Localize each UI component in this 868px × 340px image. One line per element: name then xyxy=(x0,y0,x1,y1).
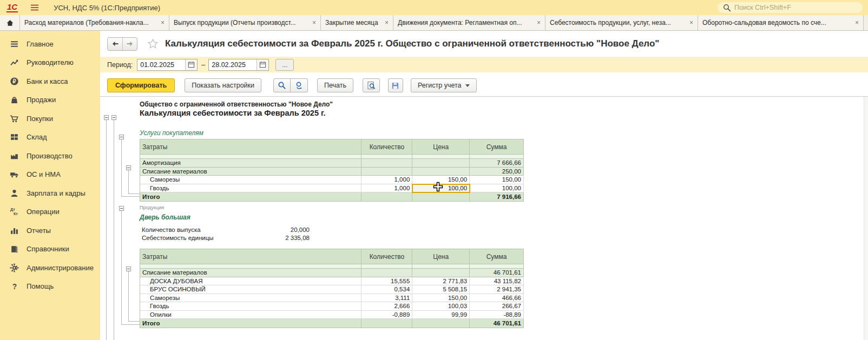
report-header-row: Калькуляция себестоимости за Февраль 202… xyxy=(100,31,868,57)
forward-arrow-icon xyxy=(126,39,134,48)
period-to-field xyxy=(208,59,269,71)
group-expander[interactable] xyxy=(104,115,109,120)
find-next-button[interactable] xyxy=(291,78,308,92)
group-tree-line xyxy=(114,120,114,340)
tab-home[interactable] xyxy=(0,15,20,30)
sidebar-item-directories[interactable]: Справочники xyxy=(0,240,100,259)
group-tree-line xyxy=(128,271,129,321)
print-button[interactable]: Печать xyxy=(317,78,353,92)
report-spreadsheet: Общество с ограниченной ответственностью… xyxy=(100,97,864,340)
find-button[interactable] xyxy=(273,78,291,92)
generate-button[interactable]: Сформировать xyxy=(107,78,175,92)
report-heading: Калькуляция себестоимости за Февраль 202… xyxy=(140,109,326,117)
table-row: Списание материалов 250,00 xyxy=(140,168,524,176)
tab-document-movements[interactable]: Движения документа: Регламентная оп... × xyxy=(393,15,545,30)
search-icon xyxy=(278,81,286,90)
main-menu-icon[interactable] xyxy=(30,3,40,12)
sidebar-item-operations[interactable]: ДтКт Операции xyxy=(0,203,100,222)
sidebar-item-sales[interactable]: Продажи xyxy=(0,91,100,110)
close-icon[interactable]: × xyxy=(161,19,165,26)
tab-trial-balance[interactable]: Оборотно-сальдовая ведомость по сче... × xyxy=(698,15,864,30)
report-window: Калькуляция себестоимости за Февраль 202… xyxy=(100,31,868,340)
services-cost-table: Затраты Количество Цена Сумма Амортизаци… xyxy=(140,139,524,202)
mouse-cursor-icon xyxy=(433,182,443,192)
column-header[interactable]: Затраты xyxy=(140,139,361,155)
close-icon[interactable]: × xyxy=(312,19,316,26)
tab-production-output[interactable]: Выпуск продукции (Отчеты производст... × xyxy=(169,15,321,30)
column-header[interactable]: Количество xyxy=(361,249,412,264)
column-header[interactable]: Сумма xyxy=(470,249,524,264)
debit-credit-icon: ДтКт xyxy=(10,207,19,216)
svg-text:₽: ₽ xyxy=(12,78,16,84)
floppy-disk-icon xyxy=(391,82,399,90)
group-expander[interactable] xyxy=(111,115,116,120)
close-icon[interactable]: × xyxy=(385,19,389,26)
sidebar-item-bank-cash[interactable]: ₽ Банк и касса xyxy=(0,72,100,91)
column-header[interactable]: Количество xyxy=(361,139,412,155)
back-arrow-icon xyxy=(111,39,120,48)
save-button[interactable] xyxy=(388,78,403,92)
table-row: Гвоздь 2,666 100,03 266,67 xyxy=(140,302,524,311)
calendar-icon xyxy=(259,61,266,68)
sidebar-item-fixed-assets[interactable]: ОС и НМА xyxy=(0,165,100,184)
tab-month-closing[interactable]: Закрытие месяца × xyxy=(321,15,393,30)
sidebar-item-manager[interactable]: Руководителю xyxy=(0,54,100,72)
search-input[interactable] xyxy=(734,4,857,11)
calendar-button[interactable] xyxy=(185,59,197,70)
forward-button[interactable] xyxy=(122,38,137,50)
sidebar-item-main[interactable]: Главное xyxy=(0,35,100,54)
table-row: Амортизация 7 666,66 xyxy=(140,159,524,168)
sidebar-item-salary-hr[interactable]: Зарплата и кадры xyxy=(0,184,100,203)
sidebar-item-purchases[interactable]: Покупки xyxy=(0,109,100,128)
tab-material-expense[interactable]: Расход материалов (Требования-накла... × xyxy=(20,15,169,30)
sidebar-item-warehouse[interactable]: Склад xyxy=(0,128,100,147)
sidebar-item-reports[interactable]: Отчеты xyxy=(0,221,100,240)
chevron-down-icon xyxy=(465,84,470,87)
truck-icon xyxy=(10,170,19,179)
history-nav xyxy=(107,37,137,51)
book-icon xyxy=(10,244,19,254)
tab-cost-of-production[interactable]: Себестоимость продукции, услуг, неза... … xyxy=(545,15,698,30)
svg-text:Кт: Кт xyxy=(14,212,18,217)
calendar-button[interactable] xyxy=(257,59,268,70)
person-icon xyxy=(10,189,19,198)
group-tree-line xyxy=(121,196,140,197)
period-from-input[interactable] xyxy=(137,61,185,69)
back-button[interactable] xyxy=(108,38,122,50)
search-next-icon xyxy=(295,81,304,90)
factory-icon xyxy=(10,151,19,161)
group-tree-line xyxy=(121,139,122,196)
group-expander[interactable] xyxy=(119,206,124,211)
sidebar-item-administration[interactable]: Администрирование xyxy=(0,258,100,277)
close-icon[interactable]: × xyxy=(537,19,541,26)
period-to-input[interactable] xyxy=(209,61,257,69)
gear-icon xyxy=(10,263,19,272)
column-header[interactable]: Сумма xyxy=(470,139,524,155)
tabbar-filler xyxy=(864,15,868,30)
register-dropdown-button[interactable]: Регистр учета xyxy=(411,78,477,92)
bar-chart-icon xyxy=(10,226,19,235)
section-services-title: Услуги покупателям xyxy=(140,129,203,137)
close-icon[interactable]: × xyxy=(855,19,859,26)
column-header[interactable]: Затраты xyxy=(140,249,361,264)
print-preview-button[interactable] xyxy=(363,78,380,92)
window-title: УСН, НДС 5% (1С:Предприятие) xyxy=(54,4,160,12)
period-panel: Период: – ... xyxy=(100,57,868,72)
group-expander[interactable] xyxy=(126,165,131,170)
page-title: Калькуляция себестоимости за Февраль 202… xyxy=(165,38,659,49)
global-search[interactable] xyxy=(718,2,863,13)
sidebar-item-help[interactable]: ? Помощь xyxy=(0,277,100,296)
group-expander[interactable] xyxy=(119,135,124,139)
table-row: ДОСКА ДУБОВАЯ 15,555 2 771,83 43 115,82 xyxy=(140,277,524,286)
column-header[interactable]: Цена xyxy=(412,249,470,264)
show-settings-button[interactable]: Показать настройки xyxy=(185,78,261,92)
sidebar-item-production[interactable]: Производство xyxy=(0,146,100,165)
period-options-button[interactable]: ... xyxy=(275,59,294,71)
favorite-star-icon[interactable] xyxy=(147,38,159,50)
close-icon[interactable]: × xyxy=(689,19,693,26)
vertical-scrollbar[interactable] xyxy=(864,97,868,340)
1c-logo: 1С xyxy=(6,3,18,12)
group-expander[interactable] xyxy=(126,266,131,271)
section-category-label: Продукция xyxy=(140,205,164,210)
column-header[interactable]: Цена xyxy=(412,139,470,155)
